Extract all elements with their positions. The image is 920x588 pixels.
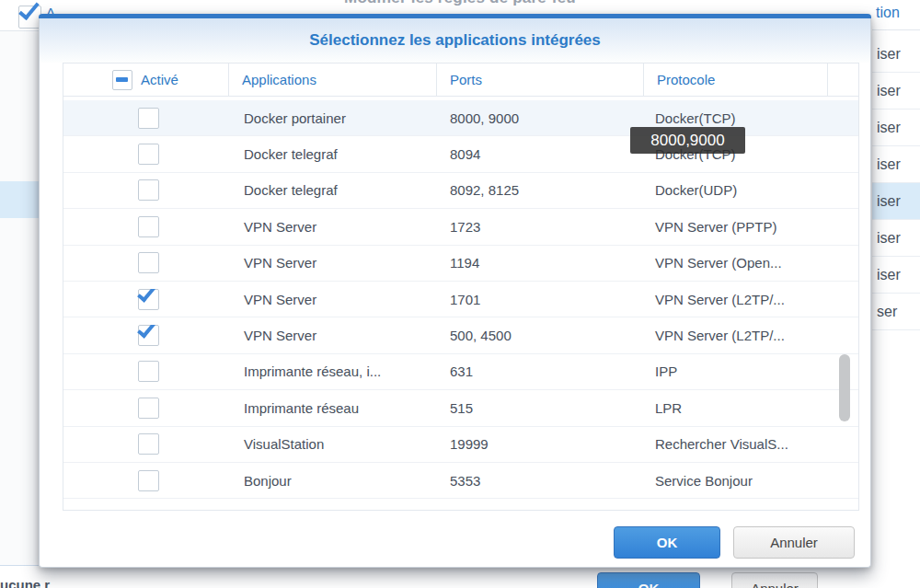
table-header-row: Activé Applications Ports Protocole xyxy=(63,63,858,97)
column-header-ports[interactable]: Ports xyxy=(437,63,644,96)
enabled-cell xyxy=(63,289,229,310)
ports-cell: 5353 xyxy=(437,473,644,489)
protocol-cell: LPR xyxy=(644,400,828,416)
row-checkbox[interactable] xyxy=(138,144,159,165)
protocol-cell: VPN Server (Open... xyxy=(644,255,828,271)
protocol-cell: Rechercher VisualS... xyxy=(644,436,828,452)
protocol-cell: VPN Server (PPTP) xyxy=(644,219,828,235)
enabled-cell xyxy=(63,433,229,455)
background-table-bottom-divider xyxy=(0,565,39,566)
protocol-cell: IPP xyxy=(644,363,828,379)
table-row[interactable]: VPN Server 500, 4500 VPN Server (L2TP/..… xyxy=(63,317,858,353)
background-row-fragment: iser xyxy=(872,36,920,73)
application-cell: VPN Server xyxy=(229,219,437,235)
background-row-fragment: iser xyxy=(872,220,920,257)
table-row[interactable]: Imprimante réseau 515 LPR xyxy=(63,390,858,426)
dialog-title: Sélectionnez les applications intégrées xyxy=(309,31,601,50)
ok-button[interactable]: OK xyxy=(614,526,720,559)
row-checkbox[interactable] xyxy=(138,398,159,419)
application-cell: Docker telegraf xyxy=(229,146,437,162)
ports-cell: 19999 xyxy=(437,436,644,452)
background-window-title: Modifier les règles de pare-feu xyxy=(0,0,920,8)
ports-cell: 8092, 8125 xyxy=(437,182,644,198)
background-cancel-button[interactable]: Annuler xyxy=(731,572,818,588)
select-all-checkbox[interactable] xyxy=(112,70,132,90)
application-cell: VPN Server xyxy=(229,292,437,307)
background-status-text: ucune r xyxy=(0,577,50,588)
ports-cell: 631 xyxy=(437,363,644,379)
background-row-fragment: ser xyxy=(872,294,920,330)
enabled-cell xyxy=(63,179,229,201)
application-cell: Docker portainer xyxy=(229,110,437,126)
enabled-cell xyxy=(63,470,229,491)
ports-cell: 8000, 9000 xyxy=(437,110,644,126)
dialog-header: Sélectionnez les applications intégrées xyxy=(40,18,870,63)
background-column-header-fragment-right: tion xyxy=(876,5,900,21)
background-row-fragments: iseriseriseriseriseriseriserser xyxy=(872,36,920,330)
dialog-select-builtin-applications: Sélectionnez les applications intégrées … xyxy=(39,14,871,568)
scrollbar-thumb[interactable] xyxy=(839,354,850,421)
row-checkbox[interactable] xyxy=(138,289,159,310)
ports-cell: 515 xyxy=(437,400,644,416)
application-cell: Imprimante réseau, i... xyxy=(229,363,437,379)
enabled-cell xyxy=(63,108,229,129)
cancel-button[interactable]: Annuler xyxy=(733,526,855,559)
application-cell: Docker telegraf xyxy=(229,182,437,198)
row-checkbox[interactable] xyxy=(138,108,159,129)
background-row-fragment: iser xyxy=(872,183,920,220)
indeterminate-dash-icon xyxy=(116,77,128,82)
table-row[interactable]: VPN Server 1701 VPN Server (L2TP/... xyxy=(63,282,858,317)
protocol-cell: VPN Server (L2TP/... xyxy=(644,292,828,307)
row-checkbox[interactable] xyxy=(138,216,159,237)
screen: Modifier les règles de pare-feu A tion i… xyxy=(0,0,920,588)
background-header-divider-right xyxy=(872,29,920,30)
column-header-spacer xyxy=(828,63,858,96)
application-cell: Imprimante réseau xyxy=(229,400,437,416)
ports-cell: 1701 xyxy=(437,292,644,307)
ports-cell: 500, 4500 xyxy=(437,328,644,343)
ports-tooltip: 8000,9000 xyxy=(630,127,745,154)
table-row[interactable]: Bonjour 5353 Service Bonjour xyxy=(63,463,858,499)
background-row-fragment: iser xyxy=(872,146,920,183)
checkmark-icon xyxy=(137,325,157,339)
protocol-cell: Docker(UDP) xyxy=(644,182,828,198)
enabled-cell xyxy=(63,144,229,165)
table-row[interactable]: VPN Server 1194 VPN Server (Open... xyxy=(63,246,858,282)
column-header-enabled[interactable]: Activé xyxy=(63,63,229,96)
table-body: Docker portainer 8000, 9000 Docker(TCP) … xyxy=(63,100,858,499)
background-row-fragment: iser xyxy=(872,73,920,110)
row-checkbox[interactable] xyxy=(138,433,159,455)
column-header-protocol[interactable]: Protocole xyxy=(644,63,828,96)
protocol-cell: VPN Server (L2TP/... xyxy=(644,328,828,343)
table-row[interactable]: Docker telegraf 8092, 8125 Docker(UDP) xyxy=(63,173,858,209)
background-row-fragment: iser xyxy=(872,110,920,146)
table-row[interactable]: VPN Server 1723 VPN Server (PPTP) xyxy=(63,209,858,245)
row-checkbox[interactable] xyxy=(138,179,159,201)
background-right-strip: tion iseriseriseriseriseriseriserser xyxy=(872,0,920,588)
ports-cell: 1194 xyxy=(437,255,644,271)
ports-cell: 8094 xyxy=(437,146,644,162)
enabled-cell xyxy=(63,252,229,273)
checkmark-icon xyxy=(137,289,157,303)
background-row-fragment: iser xyxy=(872,257,920,294)
column-header-applications[interactable]: Applications xyxy=(229,63,437,96)
row-checkbox[interactable] xyxy=(138,361,159,382)
protocol-cell: Service Bonjour xyxy=(644,473,828,489)
protocol-cell: Docker(TCP) xyxy=(644,110,828,126)
row-checkbox[interactable] xyxy=(138,470,159,491)
background-left-strip xyxy=(0,30,39,566)
enabled-cell xyxy=(63,216,229,237)
application-cell: VPN Server xyxy=(229,328,437,343)
background-ok-button[interactable]: OK xyxy=(597,572,700,588)
row-checkbox[interactable] xyxy=(138,252,159,273)
application-cell: VisualStation xyxy=(229,436,437,452)
enabled-cell xyxy=(63,361,229,382)
enabled-cell xyxy=(63,325,229,346)
application-cell: Bonjour xyxy=(229,473,437,489)
enabled-cell xyxy=(63,398,229,419)
ports-cell: 1723 xyxy=(437,219,644,235)
table-row[interactable]: Imprimante réseau, i... 631 IPP xyxy=(63,354,858,390)
table-row[interactable]: VisualStation 19999 Rechercher VisualS..… xyxy=(63,427,858,463)
application-cell: VPN Server xyxy=(229,255,437,271)
row-checkbox[interactable] xyxy=(138,325,159,346)
